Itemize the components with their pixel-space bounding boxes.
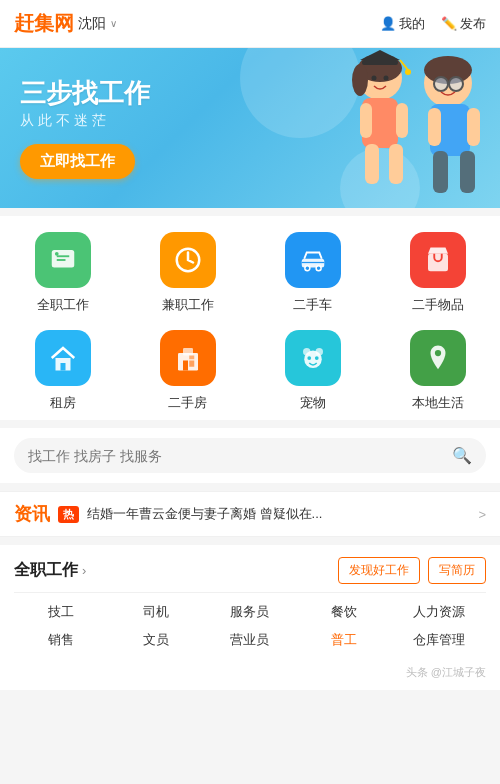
news-hot-badge: 热 — [58, 506, 79, 523]
svg-point-30 — [304, 266, 309, 271]
pet-icon — [285, 330, 341, 386]
svg-point-27 — [54, 252, 58, 256]
city-selector[interactable]: 沈阳 — [78, 15, 106, 33]
svg-point-42 — [303, 348, 311, 356]
tag-7[interactable]: 营业员 — [203, 631, 297, 649]
svg-rect-33 — [428, 254, 448, 272]
svg-point-31 — [316, 266, 321, 271]
tag-5[interactable]: 销售 — [14, 631, 108, 649]
rent-label: 租房 — [50, 394, 76, 412]
news-arrow: > — [478, 507, 486, 522]
fulltime-section: 全职工作 › 发现好工作 写简历 技工 司机 服务员 餐饮 人力资源 销售 文员… — [0, 545, 500, 659]
tag-6[interactable]: 文员 — [108, 631, 202, 649]
usedcar-label: 二手车 — [293, 296, 332, 314]
svg-point-44 — [307, 356, 311, 360]
find-job-button[interactable]: 立即找工作 — [20, 144, 135, 179]
svg-point-43 — [315, 348, 323, 356]
section-header: 全职工作 › 发现好工作 写简历 — [14, 545, 486, 593]
news-label: 资讯 — [14, 502, 50, 526]
categories-grid: 全职工作 兼职工作 二手车 二手物品 租房 二手房 宠物 — [0, 216, 500, 420]
section-actions: 发现好工作 写简历 — [338, 557, 486, 584]
secondhouse-label: 二手房 — [168, 394, 207, 412]
rent-icon — [35, 330, 91, 386]
svg-rect-40 — [189, 356, 194, 360]
footer-watermark: 头条 @江城子夜 — [0, 659, 500, 690]
news-bar[interactable]: 资讯 热 结婚一年曹云金便与妻子离婚 曾疑似在... > — [0, 491, 500, 537]
category-usedgoods[interactable]: 二手物品 — [375, 232, 500, 314]
fulltime-icon — [35, 232, 91, 288]
publish-label: 发布 — [460, 15, 486, 33]
svg-rect-35 — [60, 363, 65, 371]
usedgoods-label: 二手物品 — [412, 296, 464, 314]
search-bar: 🔍 — [0, 428, 500, 483]
svg-rect-24 — [51, 250, 74, 268]
banner: 三步找工作 从 此 不 迷 茫 立即找工作 — [0, 48, 500, 208]
job-tags-grid: 技工 司机 服务员 餐饮 人力资源 销售 文员 营业员 普工 仓库管理 — [14, 593, 486, 659]
svg-point-45 — [314, 356, 318, 360]
banner-title: 三步找工作 — [20, 77, 480, 111]
watermark-text: 头条 @江城子夜 — [406, 666, 486, 678]
tag-2[interactable]: 服务员 — [203, 603, 297, 621]
category-usedcar[interactable]: 二手车 — [250, 232, 375, 314]
banner-subtitle: 从 此 不 迷 茫 — [20, 112, 480, 130]
svg-marker-11 — [360, 50, 400, 60]
secondhouse-icon — [160, 330, 216, 386]
tag-1[interactable]: 司机 — [108, 603, 202, 621]
tag-4[interactable]: 人力资源 — [392, 603, 486, 621]
find-good-job-button[interactable]: 发现好工作 — [338, 557, 420, 584]
edit-icon: ✏️ — [441, 16, 457, 31]
tag-9[interactable]: 仓库管理 — [392, 631, 486, 649]
local-icon — [410, 330, 466, 386]
tag-0[interactable]: 技工 — [14, 603, 108, 621]
search-input[interactable] — [28, 448, 444, 464]
svg-point-46 — [434, 350, 440, 356]
tag-3[interactable]: 餐饮 — [297, 603, 391, 621]
parttime-icon — [160, 232, 216, 288]
svg-rect-38 — [183, 361, 188, 371]
category-rent[interactable]: 租房 — [0, 330, 125, 412]
logo: 赶集网 — [14, 10, 74, 37]
user-icon: 👤 — [380, 16, 396, 31]
category-secondhouse[interactable]: 二手房 — [125, 330, 250, 412]
usedcar-icon — [285, 232, 341, 288]
svg-point-13 — [405, 69, 411, 75]
header-left: 赶集网 沈阳 ∨ — [14, 10, 117, 37]
pet-label: 宠物 — [300, 394, 326, 412]
svg-rect-39 — [189, 361, 194, 367]
write-resume-button[interactable]: 写简历 — [428, 557, 486, 584]
my-label: 我的 — [399, 15, 425, 33]
usedgoods-icon — [410, 232, 466, 288]
category-pet[interactable]: 宠物 — [250, 330, 375, 412]
search-input-wrap: 🔍 — [14, 438, 486, 473]
banner-text-area: 三步找工作 从 此 不 迷 茫 立即找工作 — [20, 77, 480, 180]
publish-button[interactable]: ✏️ 发布 — [441, 15, 486, 33]
chevron-down-icon[interactable]: ∨ — [110, 18, 117, 29]
tag-8[interactable]: 普工 — [297, 631, 391, 649]
news-content: 结婚一年曹云金便与妻子离婚 曾疑似在... — [87, 505, 470, 523]
category-local[interactable]: 本地生活 — [375, 330, 500, 412]
section-title: 全职工作 — [14, 560, 78, 581]
header-right: 👤 我的 ✏️ 发布 — [380, 15, 486, 33]
header: 赶集网 沈阳 ∨ 👤 我的 ✏️ 发布 — [0, 0, 500, 48]
search-icon: 🔍 — [452, 446, 472, 465]
svg-rect-10 — [362, 60, 398, 65]
fulltime-label: 全职工作 — [37, 296, 89, 314]
category-fulltime[interactable]: 全职工作 — [0, 232, 125, 314]
svg-rect-37 — [183, 348, 193, 356]
section-title-arrow: › — [82, 563, 86, 578]
section-title-wrap: 全职工作 › — [14, 560, 86, 581]
parttime-label: 兼职工作 — [162, 296, 214, 314]
local-label: 本地生活 — [412, 394, 464, 412]
my-button[interactable]: 👤 我的 — [380, 15, 425, 33]
category-parttime[interactable]: 兼职工作 — [125, 232, 250, 314]
